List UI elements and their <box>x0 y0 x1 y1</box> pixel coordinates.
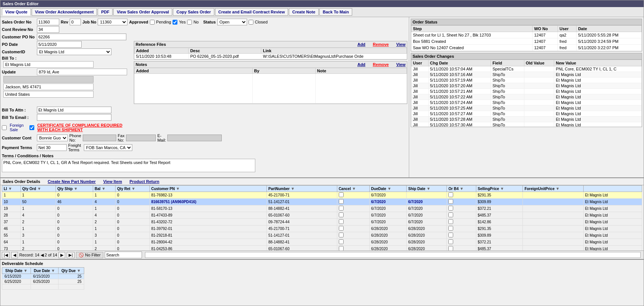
create-note-button[interactable]: Create Note <box>289 8 319 16</box>
orb4-checkbox[interactable] <box>448 192 453 197</box>
orb4-checkbox[interactable] <box>448 212 453 217</box>
detail-li: 46 <box>2 225 21 232</box>
status-col-step: Step <box>411 26 533 32</box>
create-contract-button[interactable]: Create and Email Contract Review <box>215 8 288 16</box>
col-part-number[interactable]: PartNumber ▼ <box>267 186 337 192</box>
detail-cancel <box>337 219 369 225</box>
orb4-checkbox[interactable] <box>448 233 453 237</box>
del-col-ship-date[interactable]: Ship Date ▼ <box>2 268 31 274</box>
orb4-checkbox[interactable] <box>448 226 453 231</box>
notes-remove[interactable]: Remove <box>373 62 389 67</box>
create-new-part-link[interactable]: Create New Part Number <box>48 179 96 184</box>
nav-first[interactable]: |◀ <box>2 252 10 258</box>
del-col-qty-due[interactable]: Qty Due ▼ <box>58 268 84 274</box>
detail-row[interactable]: 55 3 0 3 0 81-29218-81 51-14127-01 6/28/… <box>2 232 642 239</box>
col-selling-price[interactable]: SellingPrice ▼ <box>476 186 523 192</box>
col-cancel[interactable]: Cancel ▼ <box>337 186 369 192</box>
po-date-input[interactable] <box>37 41 82 48</box>
cancel-checkbox[interactable] <box>339 212 344 217</box>
change-newval: Et Magnis Ltd <box>554 94 642 100</box>
col-bal[interactable]: Bal ▼ <box>93 186 116 192</box>
cont-review-input[interactable] <box>37 26 59 33</box>
payment-terms-input[interactable] <box>37 144 67 151</box>
col-due-date[interactable]: DueDate ▼ <box>369 186 406 192</box>
notes-view[interactable]: View <box>396 62 405 67</box>
cert-link[interactable]: CERTIFICATE OF COMPLIANCE REQUIRED WITH … <box>37 123 132 132</box>
col-company[interactable] <box>583 186 642 192</box>
nav-prev[interactable]: ◀ <box>11 252 18 258</box>
col-qty-ret[interactable]: Qty Ret ▼ <box>116 186 150 192</box>
col-qty-ord[interactable]: Qty Ord ▼ <box>20 186 56 192</box>
detail-row[interactable]: 46 1 0 1 0 81-39792-01 45-21700-71 6/28/… <box>2 225 642 232</box>
pending-checkbox[interactable] <box>150 20 155 25</box>
view-quote-button[interactable]: View Quote <box>2 8 31 16</box>
freight-terms-select[interactable]: FOB San Marcos, CA <box>84 144 132 151</box>
col-li[interactable]: LI ▼ <box>2 186 21 192</box>
customer-po-input[interactable] <box>37 34 126 40</box>
detail-bal: 4 <box>93 199 116 205</box>
status-date: 5/11/2020 3:24:59 PM <box>577 38 642 45</box>
job-no-select[interactable]: 11360 <box>98 19 127 25</box>
col-customer-pn[interactable]: Customer PN ▼ <box>149 186 266 192</box>
ref-files-view[interactable]: View <box>396 42 405 47</box>
customer-id-select[interactable]: Et Magnis Ltd <box>37 48 111 55</box>
view-order-ack-button[interactable]: View Order Acknowledgement <box>32 8 97 16</box>
cancel-checkbox[interactable] <box>339 219 344 224</box>
cancel-checkbox[interactable] <box>339 246 344 250</box>
orb4-checkbox[interactable] <box>448 206 453 211</box>
ref-files-remove[interactable]: Remove <box>373 42 389 47</box>
product-return-link[interactable]: Product Return <box>129 179 159 184</box>
orb4-checkbox[interactable] <box>448 246 453 250</box>
back-to-main-button[interactable]: Back To Main <box>319 8 352 16</box>
foreign-sale-checkbox[interactable] <box>2 125 7 130</box>
detail-row[interactable]: 64 1 0 1 0 81-28004-42 88-14882-41 6/28/… <box>2 239 642 246</box>
detail-due-date: 6/7/2020 <box>369 199 406 205</box>
foreign-sale-link[interactable]: Foreign Sale <box>10 123 26 132</box>
yes-checkbox[interactable] <box>173 20 177 25</box>
detail-foreign-unit <box>523 212 583 219</box>
no-filter-btn[interactable]: 🚫 No Filter <box>76 252 103 258</box>
phone-no-input[interactable] <box>83 135 116 141</box>
col-or-b4[interactable]: Or B4 ▼ <box>447 186 476 192</box>
cancel-checkbox[interactable] <box>339 192 344 197</box>
rev-input[interactable] <box>70 19 81 25</box>
col-ship-date[interactable]: Ship Date ▼ <box>407 186 447 192</box>
cancel-checkbox[interactable] <box>339 233 344 237</box>
detail-row[interactable]: 1 1 0 1 0 81-76982-13 45-21700-71 6/7/20… <box>2 192 642 199</box>
cert-checkbox[interactable] <box>29 125 34 130</box>
cancel-checkbox[interactable] <box>339 239 344 244</box>
closed-checkbox[interactable] <box>249 20 253 25</box>
sales-order-no-input[interactable] <box>37 19 59 25</box>
detail-row[interactable]: 28 4 0 4 0 81-47433-89 65-01067-60 6/7/2… <box>2 212 642 219</box>
orb4-checkbox[interactable] <box>448 239 453 244</box>
status-select[interactable]: Open <box>217 19 247 25</box>
notes-add[interactable]: Add <box>357 62 365 67</box>
ref-files-add[interactable]: Add <box>357 42 365 47</box>
orb4-checkbox[interactable] <box>448 219 453 224</box>
detail-row[interactable]: 73 2 0 2 0 81-04253-86 65-01067-60 6/28/… <box>2 246 642 251</box>
cancel-checkbox[interactable] <box>339 199 344 204</box>
del-col-due-date[interactable]: Due Date ▼ <box>31 268 58 274</box>
cancel-checkbox[interactable] <box>339 226 344 231</box>
orb4-checkbox[interactable] <box>448 199 453 204</box>
bill-to-attn-input[interactable] <box>37 107 111 113</box>
cancel-checkbox[interactable] <box>339 206 344 211</box>
deliverable-new-row[interactable] <box>2 284 84 290</box>
scrollbar-track[interactable] <box>145 252 641 258</box>
search-input[interactable] <box>105 252 142 258</box>
nav-next[interactable]: ▶ <box>59 252 65 258</box>
no-checkbox[interactable] <box>187 20 192 25</box>
copy-order-button[interactable]: Copy Sales Order <box>173 8 214 16</box>
detail-row[interactable]: 37 2 0 2 0 81-43202-72 09-78724-44 6/7/2… <box>2 219 642 225</box>
view-item-link[interactable]: View Item <box>103 179 122 184</box>
detail-row[interactable]: 19 1 0 1 0 81-58170-13 88-14882-41 6/7/2… <box>2 205 642 212</box>
col-foreign-unit[interactable]: ForeignUnitPrice ▼ <box>523 186 583 192</box>
customer-cont-select[interactable]: Bonnie Guo <box>37 135 68 141</box>
pdf-button[interactable]: PDF <box>98 8 113 16</box>
nav-last[interactable]: ▶| <box>67 252 75 258</box>
address-line2[interactable] <box>3 76 94 83</box>
col-qty-ship[interactable]: Qty Ship ▼ <box>56 186 93 192</box>
view-approval-button[interactable]: View Sales Order Approval <box>113 8 172 16</box>
bill-to-email-input[interactable] <box>37 114 111 121</box>
detail-row[interactable]: 10 50 46 4 0 816639751 (AN960PD416) 51-1… <box>2 199 642 205</box>
